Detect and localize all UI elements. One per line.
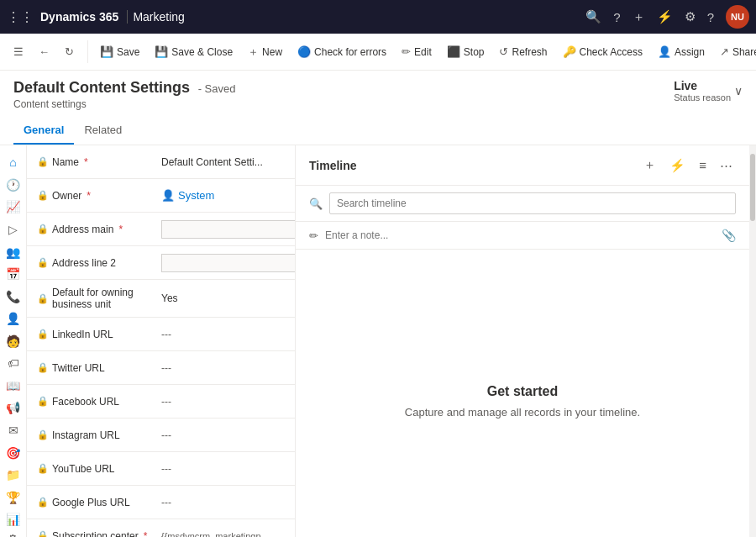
field-facebook-label: 🔒 Facebook URL <box>37 396 161 408</box>
save-button[interactable]: 💾 Save <box>93 40 146 63</box>
lock-icon-yt: 🔒 <box>37 463 49 474</box>
nav-calendar-icon[interactable]: 📅 <box>2 264 25 285</box>
new-button[interactable]: ＋ New <box>241 39 289 65</box>
field-subscription-center-value[interactable]: {{msdyncrm_marketingp <box>161 531 285 538</box>
timeline-filter-button[interactable]: ⚡ <box>666 156 689 175</box>
nav-contact-icon[interactable]: 👤 <box>2 308 25 329</box>
field-googleplus-value[interactable]: --- <box>161 497 285 508</box>
field-owner-value[interactable]: 👤 System <box>161 189 214 202</box>
nav-mail-icon[interactable]: ✉ <box>2 420 25 441</box>
page-header: Default Content Settings - Saved Content… <box>0 71 756 145</box>
field-owner: 🔒 Owner * 👤 System <box>27 179 295 213</box>
save-icon: 💾 <box>100 45 113 58</box>
saved-indicator: - Saved <box>198 82 236 95</box>
timeline-more-button[interactable]: ⋯ <box>717 156 736 175</box>
nav-award-icon[interactable]: 🏆 <box>2 487 25 508</box>
field-youtube: 🔒 YouTube URL --- <box>27 452 295 486</box>
lock-icon-tw: 🔒 <box>37 362 49 373</box>
refresh-icon: ↺ <box>499 45 508 58</box>
forward-button[interactable]: ↻ <box>58 40 81 63</box>
field-linkedin: 🔒 LinkedIn URL --- <box>27 318 295 351</box>
field-googleplus-label: 🔒 Google Plus URL <box>37 497 161 508</box>
nav-person-icon[interactable]: 🧑 <box>2 331 25 352</box>
field-instagram-value[interactable]: --- <box>161 429 285 441</box>
timeline-empty-state: Get started Capture and manage all recor… <box>296 250 749 537</box>
nav-menu-button[interactable]: ☰ <box>7 40 30 63</box>
filter-icon[interactable]: ⚡ <box>657 9 673 24</box>
page-subtitle: Content settings <box>13 98 235 110</box>
lock-icon: 🔒 <box>37 156 49 167</box>
timeline-search-input[interactable] <box>329 192 736 214</box>
nav-recent-icon[interactable]: 🕐 <box>2 175 25 196</box>
user-avatar[interactable]: NU <box>726 5 749 29</box>
field-linkedin-value[interactable]: --- <box>161 329 285 340</box>
nav-target-icon[interactable]: 🎯 <box>2 442 25 463</box>
app-grid-icon[interactable]: ⋮⋮ <box>7 9 34 25</box>
timeline-search-bar: 🔍 <box>296 186 749 222</box>
field-twitter-value[interactable]: --- <box>161 362 285 374</box>
nav-home-icon[interactable]: ⌂ <box>2 152 25 173</box>
timeline-list-button[interactable]: ≡ <box>696 156 710 174</box>
field-linkedin-label: 🔒 LinkedIn URL <box>37 329 161 340</box>
edit-button[interactable]: ✏ Edit <box>395 40 438 63</box>
check-errors-button[interactable]: 🔵 Check for errors <box>291 40 393 63</box>
field-twitter: 🔒 Twitter URL --- <box>27 351 295 385</box>
add-icon[interactable]: ＋ <box>633 9 645 25</box>
field-address-line2-input[interactable] <box>161 254 296 272</box>
lock-icon-fb: 🔒 <box>37 396 49 407</box>
lock-icon-addr: 🔒 <box>37 224 49 234</box>
nav-group-icon[interactable]: 👥 <box>2 241 25 262</box>
field-googleplus: 🔒 Google Plus URL --- <box>27 486 295 519</box>
assign-button[interactable]: 👤 Assign <box>651 40 711 63</box>
field-address-main-input[interactable] <box>161 220 296 239</box>
brand-name[interactable]: Dynamics 365 <box>40 10 128 24</box>
nav-settings-icon[interactable]: ⚙ <box>2 532 25 537</box>
share-button[interactable]: ↗ Share <box>713 40 756 63</box>
status-area[interactable]: Live Status reason ∨ <box>674 79 743 103</box>
command-bar: ☰ ← ↻ 💾 Save 💾 Save & Close ＋ New 🔵 Chec… <box>0 34 756 71</box>
stop-button[interactable]: ⬛ Stop <box>440 40 491 63</box>
tab-related[interactable]: Related <box>74 117 132 145</box>
help-icon[interactable]: ? <box>613 10 620 24</box>
page-title: Default Content Settings <box>13 79 190 96</box>
attachment-icon[interactable]: 📎 <box>722 229 736 242</box>
field-subscription-center-label: 🔒 Subscription center * <box>37 530 161 538</box>
top-navigation: ⋮⋮ Dynamics 365 Marketing 🔍 ? ＋ ⚡ ⚙ ? NU <box>0 0 756 34</box>
lock-icon-owner: 🔒 <box>37 190 49 201</box>
question-icon[interactable]: ? <box>707 10 714 24</box>
nav-tag-icon[interactable]: 🏷 <box>2 353 25 374</box>
field-name-value[interactable]: Default Content Setti... <box>161 156 285 168</box>
nav-folder-icon[interactable]: 📁 <box>2 465 25 486</box>
field-default-bu-value[interactable]: Yes <box>161 292 285 304</box>
nav-book-icon[interactable]: 📖 <box>2 376 25 397</box>
nav-analytics-icon[interactable]: 📊 <box>2 509 25 530</box>
scrollbar-thumb[interactable] <box>750 154 755 221</box>
brand-area: Dynamics 365 Marketing <box>40 10 185 24</box>
field-default-business-unit: 🔒 Default for owning business unit Yes <box>27 280 295 318</box>
nav-phone-icon[interactable]: 📞 <box>2 286 25 307</box>
field-instagram: 🔒 Instagram URL --- <box>27 419 295 452</box>
field-facebook-value[interactable]: --- <box>161 396 285 408</box>
settings-icon[interactable]: ⚙ <box>685 9 696 24</box>
lock-icon-li: 🔒 <box>37 329 49 340</box>
refresh-button[interactable]: ↺ Refresh <box>492 40 554 63</box>
field-youtube-value[interactable]: --- <box>161 463 285 475</box>
nav-play-icon[interactable]: ▷ <box>2 219 25 240</box>
note-input[interactable] <box>325 229 715 241</box>
edit-icon: ✏ <box>402 45 411 58</box>
timeline-add-button[interactable]: ＋ <box>640 155 659 175</box>
page-title-area: Default Content Settings - Saved Content… <box>13 79 235 110</box>
nav-chart-icon[interactable]: 📈 <box>2 197 25 218</box>
top-nav-right: 🔍 ? ＋ ⚡ ⚙ ? NU <box>585 5 749 29</box>
nav-megaphone-icon[interactable]: 📢 <box>2 397 25 419</box>
timeline-panel: Timeline ＋ ⚡ ≡ ⋯ 🔍 ✏ 📎 Get started Captu… <box>296 145 749 537</box>
tab-general[interactable]: General <box>13 117 74 145</box>
scrollbar-track[interactable] <box>749 145 756 537</box>
field-twitter-label: 🔒 Twitter URL <box>37 362 161 374</box>
search-icon[interactable]: 🔍 <box>585 9 601 24</box>
tabs-bar: General Related <box>13 117 743 145</box>
lock-icon-addr2: 🔒 <box>37 257 49 268</box>
back-button[interactable]: ← <box>32 40 56 63</box>
save-close-button[interactable]: 💾 Save & Close <box>148 40 239 63</box>
check-access-button[interactable]: 🔑 Check Access <box>556 40 649 63</box>
